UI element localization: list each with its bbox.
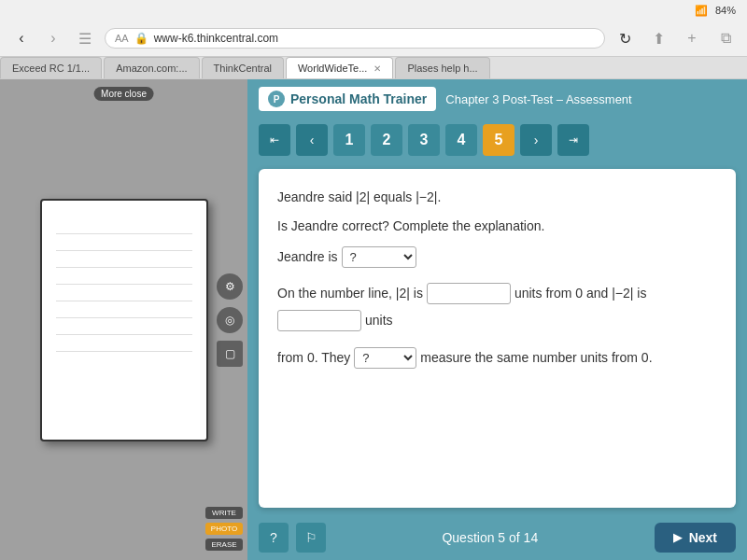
- reload-button[interactable]: ↻: [613, 26, 637, 50]
- tab-thinkcentral[interactable]: ThinkCentral: [202, 57, 284, 78]
- share-button[interactable]: ⬆: [646, 26, 670, 50]
- measure-suffix: measure the same number units from 0.: [420, 346, 652, 370]
- font-size-indicator: AA: [115, 33, 129, 44]
- back-button[interactable]: ‹: [9, 26, 34, 50]
- notebook-line: [56, 253, 192, 268]
- left-panel: More close ⚙ ◎ ▢: [0, 79, 247, 560]
- notebook-line: [56, 303, 192, 318]
- last-page-button[interactable]: ⇥: [557, 124, 589, 156]
- they-dropdown[interactable]: ? do do not: [354, 347, 416, 369]
- notebook-line: [56, 287, 192, 301]
- jeandre-is-prefix: Jeandre is: [277, 245, 338, 269]
- next-page-button[interactable]: ›: [520, 124, 552, 156]
- question-line3: Jeandre is ? correct incorrect: [277, 245, 717, 269]
- circle-icon[interactable]: ◎: [217, 307, 243, 333]
- next-button[interactable]: ▶ Next: [655, 523, 736, 553]
- tabs-button[interactable]: ⧉: [713, 26, 738, 50]
- page-2-button[interactable]: 2: [371, 124, 402, 156]
- page-3-button[interactable]: 3: [408, 124, 440, 156]
- wifi-icon: 📶: [695, 5, 708, 17]
- status-bar: 📶 84%: [0, 0, 747, 21]
- pmt-logo-icon: P: [268, 91, 285, 107]
- bookmarks-button[interactable]: ☰: [73, 26, 97, 50]
- tab-exceed[interactable]: Exceed RC 1/1...: [0, 57, 102, 78]
- number-line-prefix: On the number line, |2| is: [277, 282, 423, 305]
- tab-amazon[interactable]: Amazon.com:...: [104, 57, 199, 78]
- notebook-line: [56, 236, 192, 251]
- notebook-line: [56, 270, 192, 285]
- notebook-line: [56, 337, 192, 352]
- pmt-header: P Personal Math Trainer Chapter 3 Post-T…: [247, 79, 747, 119]
- page-5-button[interactable]: 5: [483, 124, 514, 156]
- battery-indicator: 84%: [715, 5, 736, 16]
- new-tab-button[interactable]: +: [680, 26, 704, 50]
- input-abs-neg2[interactable]: [277, 310, 361, 331]
- notebook: [40, 199, 208, 441]
- tabs-bar: Exceed RC 1/1... Amazon.com:... ThinkCen…: [0, 57, 747, 79]
- units-suffix: units: [365, 309, 393, 332]
- pmt-chapter-text: Chapter 3 Post-Test – Assessment: [445, 92, 631, 106]
- lock-icon: 🔒: [134, 32, 148, 45]
- forward-button[interactable]: ›: [41, 26, 65, 50]
- main-content: More close ⚙ ◎ ▢: [0, 79, 747, 560]
- flag-button[interactable]: ⚐: [296, 523, 326, 553]
- bottom-tools: WRITE PHOTO ERASE: [205, 507, 243, 551]
- tab-worldwidte[interactable]: WorldWideTe... ✕: [286, 57, 393, 78]
- address-bar[interactable]: AA 🔒 www-k6.thinkcentral.com: [105, 28, 605, 49]
- notebook-line: [56, 320, 192, 335]
- jeandre-dropdown[interactable]: ? correct incorrect: [342, 246, 416, 268]
- notebook-area: More close ⚙ ◎ ▢: [0, 79, 247, 560]
- prev-page-button[interactable]: ‹: [296, 124, 328, 156]
- question-line2: Is Jeandre correct? Complete the explana…: [277, 217, 717, 236]
- url-text: www-k6.thinkcentral.com: [154, 32, 595, 45]
- browser-chrome: ‹ › ☰ AA 🔒 www-k6.thinkcentral.com ↻ ⬆ +…: [0, 21, 747, 57]
- question-line1: Jeandre said |2| equals |−2|.: [277, 188, 717, 207]
- help-button[interactable]: ?: [259, 523, 289, 553]
- notebook-line: [56, 219, 192, 234]
- input-abs2[interactable]: [427, 283, 511, 304]
- footer-left: ? ⚐: [259, 523, 326, 553]
- settings-icon[interactable]: ⚙: [217, 273, 243, 300]
- next-label: Next: [689, 530, 717, 545]
- page-4-button[interactable]: 4: [445, 124, 477, 156]
- tab-close-icon[interactable]: ✕: [374, 63, 381, 74]
- question-line4: On the number line, |2| is units from 0 …: [277, 282, 717, 332]
- notebook-lines: [42, 201, 206, 440]
- right-sidebar: ⚙ ◎ ▢: [217, 273, 243, 367]
- from-0-prefix: from 0. They: [277, 346, 350, 370]
- flag-icon: ⚐: [305, 530, 317, 545]
- photo-tool-button[interactable]: PHOTO: [205, 523, 243, 535]
- tab-plases[interactable]: Plases help h...: [395, 57, 489, 78]
- browser-actions: ↻ ⬆ + ⧉: [613, 26, 738, 50]
- write-tool-button[interactable]: WRITE: [205, 507, 243, 519]
- question-counter: Question 5 of 14: [442, 530, 538, 545]
- navigation-bar: ⇤ ‹ 1 2 3 4 5 › ⇥: [247, 119, 747, 161]
- square-icon[interactable]: ▢: [217, 341, 243, 367]
- first-page-button[interactable]: ⇤: [259, 124, 290, 156]
- question-card: Jeandre said |2| equals |−2|. Is Jeandre…: [259, 169, 736, 508]
- question-line5: from 0. They ? do do not measure the sam…: [277, 346, 717, 370]
- footer: ? ⚐ Question 5 of 14 ▶ Next: [247, 515, 747, 560]
- units-from-0-text: units from 0 and |−2| is: [514, 282, 647, 305]
- next-arrow-icon: ▶: [673, 531, 682, 544]
- pmt-logo: P Personal Math Trainer: [259, 87, 436, 111]
- page-1-button[interactable]: 1: [333, 124, 365, 156]
- right-panel: P Personal Math Trainer Chapter 3 Post-T…: [247, 79, 747, 560]
- pmt-logo-text: Personal Math Trainer: [290, 91, 427, 106]
- help-icon: ?: [270, 530, 277, 545]
- erase-tool-button[interactable]: ERASE: [205, 539, 243, 551]
- more-close-button[interactable]: More close: [93, 87, 154, 101]
